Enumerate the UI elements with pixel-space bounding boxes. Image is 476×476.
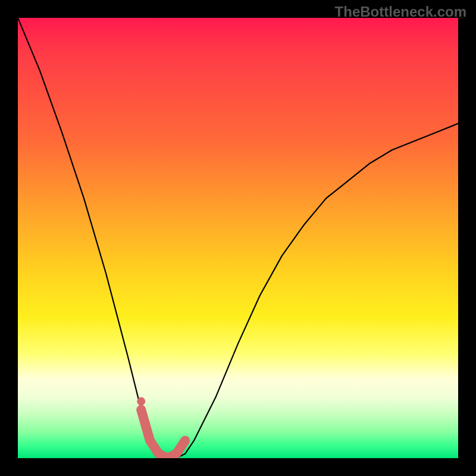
bottleneck-range-marker	[141, 410, 185, 458]
bottleneck-curve	[18, 18, 458, 458]
chart-frame	[18, 18, 458, 458]
marker-dot	[137, 397, 145, 406]
chart-svg	[18, 18, 458, 458]
